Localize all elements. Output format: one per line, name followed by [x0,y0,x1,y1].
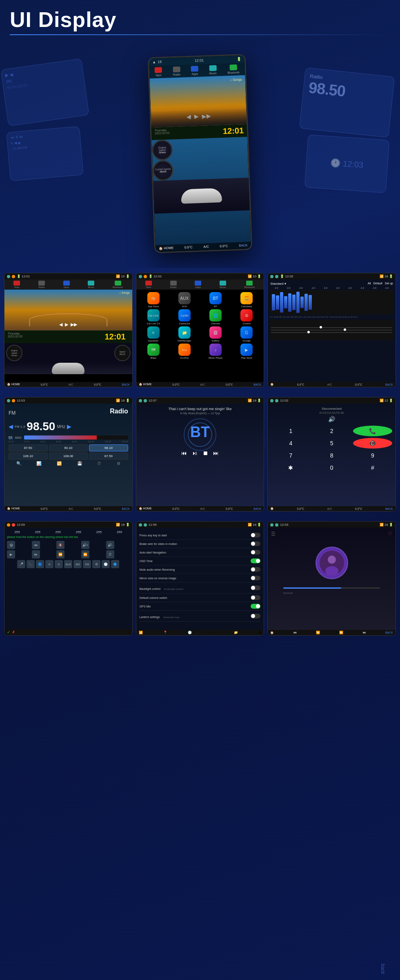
settings-toggle-1[interactable] [251,533,260,538]
app-control[interactable]: ⚙Control [232,309,261,325]
radio-loop-icon[interactable]: 🔁 [57,461,62,466]
steer-mute-btn[interactable]: 🔇 [56,541,64,549]
sc-steer-x-btn[interactable]: ✗ [12,630,15,634]
sc-music-skip-fwd[interactable]: ⏭ [363,631,366,634]
sc-music-skip-back[interactable]: ⏮ [293,631,297,634]
steer-ffwd-btn[interactable]: ⏭ [32,550,40,558]
sc-eq-tab-default[interactable]: Default [373,282,382,286]
radio-eq-icon[interactable]: 📊 [36,461,41,466]
phone-call-btn[interactable]: 📞 [353,426,392,436]
app-carbitlink[interactable]: CarBitCarbitLink [170,309,199,325]
settings-toggle-9[interactable] [251,604,260,609]
music-heart-icon[interactable]: ♡ [388,531,392,537]
steer-prev-btn[interactable]: ⏪ [56,550,64,558]
sc-eq-tab-all[interactable]: All [368,282,371,286]
app-filemanager[interactable]: 📁FileManager [170,326,199,342]
radio-timer-icon[interactable]: ⏱ [97,461,101,466]
sc-bt-home-btn[interactable]: 🏠 HOME [139,507,152,510]
hero-back-btn[interactable]: BACK [239,243,248,248]
phone-key-7[interactable]: 7 [271,450,310,461]
sc-home-back[interactable]: BACK [122,383,130,386]
sc-apps-back[interactable]: BACK [253,383,261,386]
steer-bt2-btn[interactable]: 🔷 [111,560,119,568]
sc-phone-home-btn[interactable]: 🏠 [270,507,274,510]
steer-settings-btn[interactable]: ⚙ [92,560,100,568]
radio-preset-1[interactable]: 87.50 [9,444,48,451]
sc-eq-content[interactable]: Standard ▾ All Default Set up 2.0 2.0 2.… [268,279,396,382]
app-google[interactable]: GGoogle [232,326,261,342]
phone-key-8[interactable]: 8 [312,450,351,461]
sc-eq-tab-setup[interactable]: Set up [385,282,393,286]
steer-aux-btn[interactable]: AUX [64,560,72,568]
sc-radio-back[interactable]: BACK [122,507,130,510]
radio-save-icon[interactable]: 💾 [77,461,82,466]
steer-bt-btn[interactable]: 🔵 [36,560,44,568]
sc-bt-back[interactable]: BACK [253,507,261,510]
hero-home-btn[interactable]: 🏠 HOME [159,246,174,250]
steer-fm-btn[interactable]: FM [83,560,91,568]
phone-key-1[interactable]: 1 [271,426,310,436]
steer-phone-btn[interactable]: 📞 [27,560,35,568]
settings-toggle-8[interactable] [251,595,260,600]
sc-settings-gear-icon[interactable]: ⚙ [258,631,261,634]
app-bt[interactable]: BTBT [201,292,230,308]
app-carlink[interactable]: Car LinkCar Link 2.0 [139,309,168,325]
phone-key-star[interactable]: ✱ [271,462,310,473]
steer-vol-dn-btn[interactable]: 🔊- [106,541,114,549]
steer-clock-btn[interactable]: 🕐 [102,560,110,568]
settings-toggle-6[interactable] [251,576,260,580]
bt-stop-btn[interactable]: ⏹ [202,450,208,456]
sc-phone-back[interactable]: BACK [385,507,393,510]
phone-key-4[interactable]: 4 [271,438,310,449]
steer-mic-btn[interactable]: 🎤 [17,560,25,568]
settings-toggle-4[interactable] [251,558,260,563]
steer-k2-btn[interactable]: K [55,560,63,568]
steer-k-btn[interactable]: K [45,560,53,568]
sc-music-fwd[interactable]: ⏩ [339,631,343,634]
settings-toggle-7[interactable] [251,585,260,590]
settings-toggle-5[interactable] [251,567,260,572]
sc-music-rew[interactable]: ⏪ [316,631,320,634]
phone-key-0[interactable]: 0 [312,462,351,473]
radio-preset-3[interactable]: 98.10 [89,444,128,451]
sc-steer-check-btn[interactable]: ✓ [7,630,10,634]
settings-toggle-3[interactable] [251,550,260,555]
hero-ac-btn[interactable]: A/C [203,245,209,248]
settings-toggle-2[interactable] [251,541,260,546]
sc-eq-home-btn[interactable]: 🏠 [270,383,274,386]
sc-settings-content[interactable]: Press any key to start Brake wire for vi… [136,528,264,630]
bt-next-btn[interactable]: ⏭ [213,450,219,456]
radio-next-btn[interactable]: ▶ [67,423,71,430]
phone-key-9[interactable]: 9 [353,450,392,461]
app-calc[interactable]: 🧮Calculator [232,292,261,308]
app-gallery[interactable]: 🖼Gallery [201,326,230,342]
phone-key-2[interactable]: 2 [312,426,351,436]
app-chrome[interactable]: 🌐Chrome [201,309,230,325]
steer-play-btn[interactable]: ▶ [7,550,15,558]
app-equalizer[interactable]: ≡Equalizer [139,326,168,342]
sc-music-back[interactable]: BACK [385,631,393,634]
radio-preset-4[interactable]: 106.10 [9,453,48,460]
bt-play-btn[interactable]: ⏯ [192,450,198,456]
sc-eq-back[interactable]: BACK [385,383,393,386]
phone-end-btn[interactable]: 📵 [353,438,392,449]
sc-apps-home-btn[interactable]: 🏠 HOME [139,383,152,386]
sc-home-home-btn[interactable]: 🏠 HOME [7,383,20,386]
app-playstore[interactable]: ▶Play Store [232,344,261,359]
phone-key-5[interactable]: 5 [312,438,351,449]
app-mcxkey[interactable]: mcxmcxKey [170,344,199,359]
steer-next-btn[interactable]: ⏩ [81,550,89,558]
steer-vol-up-btn[interactable]: 🔊+ [81,541,89,549]
steer-rewind-btn[interactable]: ⏮ [32,541,40,549]
app-maps[interactable]: 🗺Maps [139,344,168,359]
radio-prev-btn[interactable]: ◀ [9,423,13,430]
bt-prev-btn[interactable]: ⏮ [181,450,187,456]
radio-settings-icon[interactable]: ⚙ [117,461,120,466]
radio-preset-5[interactable]: 108.00 [49,453,88,460]
app-appstore[interactable]: 🛍App Store [139,292,168,308]
steer-power-btn[interactable]: ⏻ [7,541,15,549]
sc-radio-home-btn[interactable]: 🏠 HOME [7,507,20,510]
steer-mode-btn[interactable]: ☰ [106,550,114,558]
radio-preset-2[interactable]: 90.10 [49,444,88,451]
phone-key-hash[interactable]: # [353,462,392,473]
